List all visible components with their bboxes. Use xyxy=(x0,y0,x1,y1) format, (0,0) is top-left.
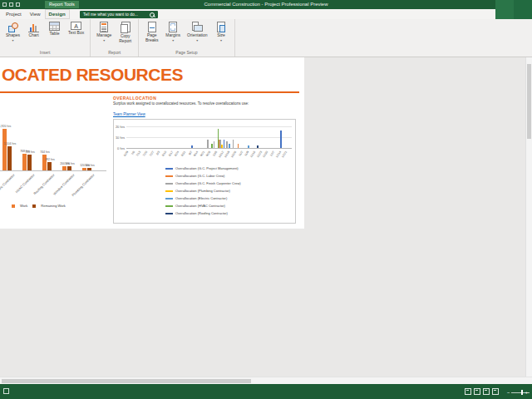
date-tick-label: 9/14 xyxy=(193,150,199,157)
status-indicator-icon xyxy=(3,388,9,394)
legend-item: Overallocation (HVAC Contractor) xyxy=(165,202,241,209)
work-chart[interactable]: 1,920 hrs1,104 hrsElectric Contractor768… xyxy=(0,96,110,229)
legend-label: Overallocation (HVAC Contractor) xyxy=(175,204,225,208)
tab-design[interactable]: Design xyxy=(45,9,70,19)
date-tick-label: 6/29 xyxy=(123,150,129,157)
page-breaks-button[interactable]: Page Breaks xyxy=(143,21,160,44)
date-tick-label: 8/17 xyxy=(168,150,174,157)
manage-button[interactable]: Manage▾ xyxy=(95,21,113,43)
copy-report-button[interactable]: Copy Report xyxy=(116,21,134,45)
legend-swatch xyxy=(165,213,173,214)
date-tick-label: 8/10 xyxy=(161,150,167,157)
table-icon xyxy=(49,22,60,31)
view-shortcuts xyxy=(465,388,499,395)
bar xyxy=(248,145,249,148)
date-tick-label: 11/16 xyxy=(249,150,256,158)
ribbon: Shapes▾ChartTableText BoxInsertManage▾Co… xyxy=(0,19,532,57)
legend-label: Work xyxy=(20,204,27,208)
title-bar: Report Tools Commercial Construction - P… xyxy=(0,0,532,9)
bar xyxy=(221,145,223,148)
dropdown-caret-icon: ▾ xyxy=(220,39,222,42)
dropdown-caret-icon: ▾ xyxy=(172,39,174,42)
button-label: Orientation xyxy=(187,33,207,38)
report-page: OCATED RESOURCES 1,920 hrs1,104 hrsElect… xyxy=(0,57,304,229)
legend-swatch xyxy=(12,204,15,208)
size-button[interactable]: Size▾ xyxy=(213,21,230,43)
vertical-scrollbar[interactable] xyxy=(525,57,532,377)
dropdown-caret-icon: ▾ xyxy=(12,39,13,42)
zoom-knob[interactable] xyxy=(521,390,523,395)
date-tick-label: 9/28 xyxy=(206,150,212,157)
legend-swatch xyxy=(165,190,173,192)
dropdown-caret-icon: ▾ xyxy=(103,39,105,42)
date-tick-label: 11/2 xyxy=(238,150,244,157)
date-tick-label: 8/3 xyxy=(155,150,160,155)
horizontal-scrollbar[interactable] xyxy=(0,377,532,384)
ribbon-tab-row: ProjectViewDesign Tell me what you want … xyxy=(0,9,532,19)
button-label: Margins xyxy=(165,33,180,38)
tab-view[interactable]: View xyxy=(26,9,45,19)
legend-label: Overallocation (G.C. Finish Carpenter Cr… xyxy=(175,181,241,185)
bar xyxy=(191,145,193,148)
chart-button[interactable]: Chart xyxy=(25,21,42,39)
team-planner-view-icon[interactable] xyxy=(483,388,490,395)
overallocation-chart[interactable]: 20 hrs10 hrs0 hrs6/297/67/137/207/278/38… xyxy=(113,119,296,224)
shapes-icon xyxy=(7,22,18,32)
window-controls-area[interactable] xyxy=(495,0,532,19)
legend-item: Overallocation (Electric Contractor) xyxy=(165,195,241,202)
table-button[interactable]: Table xyxy=(46,21,63,37)
text-box-button[interactable]: Text Box xyxy=(66,21,86,37)
textbox-icon xyxy=(71,22,81,30)
group-label: Report xyxy=(95,50,134,57)
date-tick-label: 11/30 xyxy=(262,150,268,158)
report-title-rule xyxy=(0,91,299,93)
bar xyxy=(67,166,71,170)
bar xyxy=(62,166,66,170)
orientation-button[interactable]: Orientation▾ xyxy=(185,21,209,43)
bar xyxy=(280,131,282,148)
overallocation-legend: Overallocation (G.C. Project Management)… xyxy=(165,165,241,217)
legend-label: Overallocation (Electric Contractor) xyxy=(175,196,227,200)
dropdown-caret-icon: ▾ xyxy=(196,39,198,42)
button-label: Copy Report xyxy=(119,34,131,44)
zoom-out-icon[interactable]: − xyxy=(507,390,510,395)
report-canvas[interactable]: OCATED RESOURCES 1,920 hrs1,104 hrsElect… xyxy=(0,57,525,377)
tell-me-search[interactable]: Tell me what you want to do... xyxy=(80,11,158,18)
ribbon-group-report: Manage▾Copy ReportReport xyxy=(91,19,139,57)
legend-swatch xyxy=(165,198,173,200)
button-label: Text Box xyxy=(68,31,84,36)
gridline xyxy=(126,126,292,127)
shapes-button[interactable]: Shapes▾ xyxy=(4,21,22,43)
bar xyxy=(224,140,225,148)
legend-swatch xyxy=(32,204,36,208)
legend-item: Overallocation (G.C. Project Management) xyxy=(165,165,241,172)
tell-me-label: Tell me what you want to do... xyxy=(83,12,138,17)
date-tick-label: 7/27 xyxy=(149,150,155,157)
legend-label: Remaining Work xyxy=(41,204,66,208)
tab-project[interactable]: Project xyxy=(2,9,26,19)
bar xyxy=(211,144,213,148)
vertical-scrollbar-thumb[interactable] xyxy=(527,64,531,139)
margins-button[interactable]: Margins▾ xyxy=(164,21,182,43)
bar xyxy=(47,162,52,170)
zoom-slider[interactable]: − + xyxy=(507,390,528,395)
team-planner-view-link[interactable]: Team Planner View xyxy=(113,112,145,116)
zoom-in-icon[interactable]: + xyxy=(525,390,528,395)
gridline xyxy=(126,137,292,138)
horizontal-scrollbar-thumb[interactable] xyxy=(2,379,251,383)
gantt-chart-view-icon[interactable] xyxy=(465,388,471,395)
report-view-icon[interactable] xyxy=(492,388,499,395)
y-tick-label: 0 hrs xyxy=(114,146,125,150)
task-usage-view-icon[interactable] xyxy=(474,388,480,395)
legend-label: Overallocation (Roofing Contractor) xyxy=(175,211,228,215)
bar xyxy=(218,129,219,148)
bar-value-label: 1,920 hrs xyxy=(0,125,11,128)
bar xyxy=(42,155,47,170)
button-label: Table xyxy=(50,32,60,37)
legend-item: Overallocation (Roofing Contractor) xyxy=(165,209,241,217)
button-label: Page Breaks xyxy=(145,33,159,43)
bar xyxy=(82,168,86,170)
project-window: Report Tools Commercial Construction - P… xyxy=(0,0,532,399)
bar-value-label: 392 hrs xyxy=(45,158,55,161)
bar xyxy=(226,141,228,148)
